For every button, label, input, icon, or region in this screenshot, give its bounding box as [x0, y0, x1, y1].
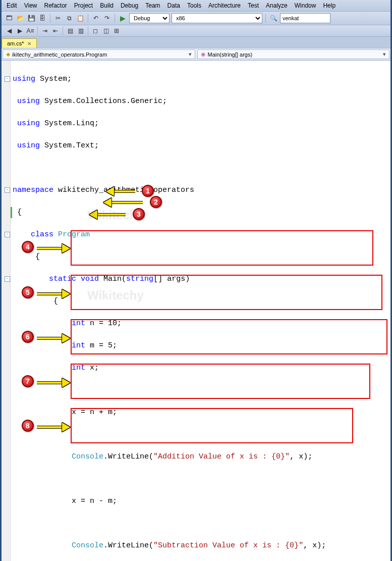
menu-refactor[interactable]: Refactor — [41, 1, 70, 10]
fold-icon[interactable]: - — [5, 276, 10, 282]
menu-bar: Edit View Refactor Project Build Debug T… — [2, 0, 390, 12]
menu-edit[interactable]: Edit — [4, 1, 20, 10]
cut-icon[interactable]: ✂ — [53, 14, 63, 23]
fold-icon[interactable]: - — [5, 232, 10, 237]
code-content: -using System; using System.Collections.… — [11, 63, 390, 561]
menu-test[interactable]: Test — [245, 1, 262, 10]
outdent-icon[interactable]: ⇤ — [51, 26, 60, 35]
menu-window[interactable]: Window — [292, 1, 319, 10]
highlight-box-5 — [71, 275, 382, 310]
annotation-marker-5: 5 — [22, 286, 34, 298]
annotation-marker-1: 1 — [142, 185, 154, 197]
window-icon[interactable]: ◻ — [91, 26, 100, 35]
save-all-icon[interactable]: 🗄 — [38, 14, 47, 23]
redo-icon[interactable]: ↷ — [102, 14, 111, 23]
menu-analyze[interactable]: Analyze — [263, 1, 291, 10]
close-tab-icon[interactable]: ✕ — [27, 41, 31, 46]
menu-debug[interactable]: Debug — [118, 1, 141, 10]
uncomment-icon[interactable]: ▥ — [76, 26, 85, 35]
menu-tools[interactable]: Tools — [184, 1, 204, 10]
editor-gutter — [2, 61, 11, 561]
quick-find-input[interactable] — [280, 13, 330, 23]
menu-project[interactable]: Project — [71, 1, 96, 10]
menu-view[interactable]: View — [21, 1, 40, 10]
format-icon[interactable]: A≡ — [26, 26, 35, 35]
undo-icon[interactable]: ↶ — [91, 14, 100, 23]
config-select[interactable]: Debug — [129, 13, 170, 23]
highlight-box-4 — [71, 230, 373, 266]
method-icon: ◉ — [201, 51, 206, 58]
comment-icon[interactable]: ▤ — [66, 26, 75, 35]
menu-team[interactable]: Team — [142, 1, 163, 10]
find-icon[interactable]: 🔍 — [269, 14, 278, 23]
active-tab[interactable]: am.cs* ✕ — [2, 38, 37, 48]
tab-label: am.cs* — [7, 40, 24, 46]
fold-icon[interactable]: - — [5, 76, 10, 82]
copy-icon[interactable]: ⧉ — [65, 14, 74, 23]
open-icon[interactable]: 📂 — [16, 14, 25, 23]
start-debug-icon[interactable]: ▶ — [118, 14, 127, 23]
class-icon: ◆ — [6, 51, 10, 58]
menu-architecture[interactable]: Architecture — [205, 1, 244, 10]
chevron-down-icon: ▾ — [383, 51, 386, 58]
platform-select[interactable]: x86 — [172, 13, 262, 23]
code-editor[interactable]: -using System; using System.Collections.… — [2, 61, 390, 561]
member-nav-dropdown[interactable]: ◉ Main(string[] args) ▾ — [197, 49, 390, 59]
code-nav-bar: ◆ ikitechy_arithmetic_operators.Program … — [2, 48, 390, 61]
annotation-marker-8: 8 — [22, 420, 34, 432]
document-tabs: am.cs* ✕ — [2, 37, 390, 48]
save-icon[interactable]: 💾 — [27, 14, 36, 23]
highlight-box-6 — [71, 319, 387, 354]
toolbar-main: 🗔 📂 💾 🗄 ✂ ⧉ 📋 ↶ ↷ ▶ Debug x86 🔍 — [2, 12, 390, 25]
highlight-box-7 — [71, 364, 370, 399]
toolbar-text: ◀ ▶ A≡ ⇥ ⇤ ▤ ▥ ◻ ◫ ⊞ — [2, 25, 390, 37]
chevron-down-icon: ▾ — [189, 51, 192, 58]
highlight-box-8 — [71, 408, 353, 443]
annotation-marker-4: 4 — [22, 241, 34, 253]
new-project-icon[interactable]: 🗔 — [5, 14, 14, 23]
menu-help[interactable]: Help — [320, 1, 339, 10]
menu-build[interactable]: Build — [97, 1, 117, 10]
nav-fwd-icon[interactable]: ▶ — [15, 26, 24, 35]
annotation-marker-7: 7 — [22, 375, 34, 387]
annotation-marker-3: 3 — [133, 208, 145, 220]
indent-icon[interactable]: ⇥ — [40, 26, 49, 35]
paste-icon[interactable]: 📋 — [76, 14, 85, 23]
annotation-marker-2: 2 — [150, 196, 162, 208]
window2-icon[interactable]: ◫ — [101, 26, 110, 35]
window3-icon[interactable]: ⊞ — [112, 26, 121, 35]
fold-icon[interactable]: - — [5, 187, 10, 193]
annotation-marker-6: 6 — [22, 331, 34, 343]
nav-back-icon[interactable]: ◀ — [5, 26, 14, 35]
menu-data[interactable]: Data — [164, 1, 183, 10]
class-nav-dropdown[interactable]: ◆ ikitechy_arithmetic_operators.Program … — [3, 49, 195, 59]
